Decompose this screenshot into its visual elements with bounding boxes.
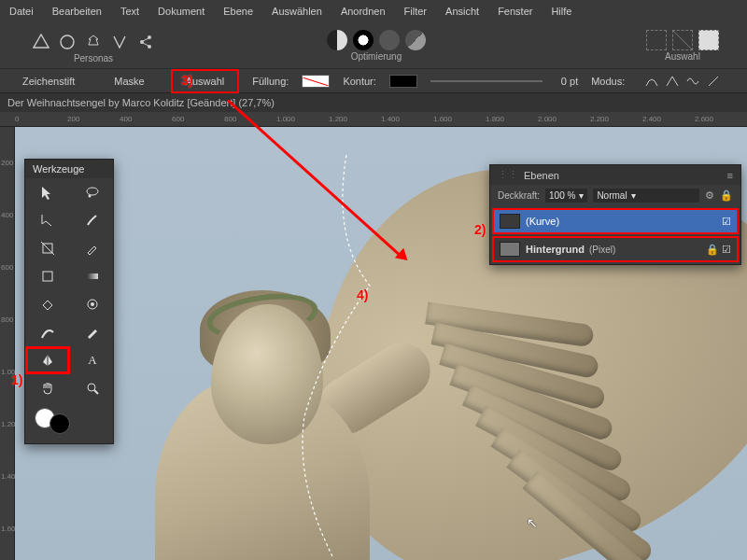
menu-document[interactable]: Dokument [158, 6, 204, 17]
persona-pixel-icon[interactable] [57, 32, 78, 52]
svg-point-8 [87, 188, 98, 195]
pencil-tool-icon[interactable] [70, 318, 115, 346]
menu-arrange[interactable]: Anordnen [341, 6, 386, 17]
svg-marker-0 [34, 35, 49, 48]
svg-line-7 [709, 77, 718, 86]
svg-rect-12 [43, 272, 52, 281]
layer-thumbnail [500, 242, 520, 257]
menu-edit[interactable]: Bearbeiten [52, 6, 102, 17]
annotation-1: 1) [11, 372, 22, 387]
mode-curve-icon[interactable] [645, 75, 658, 88]
ruler-horizontal: 0 200 400 600 800 1.000 1.200 1.400 1.60… [0, 112, 747, 127]
vector-brush-tool-icon[interactable] [25, 318, 70, 346]
ruler-h-mark: 0 [15, 115, 19, 123]
context-tab-pen[interactable]: Zeichenstift [9, 71, 88, 91]
annotation-4: 4) [357, 287, 368, 302]
sel-icon-2[interactable] [672, 30, 693, 50]
ruler-h-mark: 400 [120, 115, 132, 123]
gradient-tool-icon[interactable] [70, 262, 115, 290]
menu-window[interactable]: Fenster [498, 6, 532, 17]
menu-layer[interactable]: Ebene [223, 6, 253, 17]
node-tool-icon[interactable] [25, 206, 70, 234]
annotation-2: 2) [474, 222, 486, 237]
move-tool-icon[interactable] [25, 178, 70, 206]
ruler-h-mark: 1.600 [433, 115, 452, 123]
ruler-v-mark: 200 [1, 159, 13, 167]
mode-poly-icon[interactable] [686, 75, 699, 88]
menu-bar: Datei Bearbeiten Text Dokument Ebene Aus… [0, 0, 747, 22]
mode-label: Modus: [591, 76, 625, 87]
svg-point-1 [61, 35, 74, 49]
ruler-h-mark: 1.400 [381, 115, 400, 123]
opt-icon-2[interactable] [353, 30, 374, 50]
ruler-vertical: 200 400 600 800 1.000 1.200 1.400 1.600 [0, 127, 15, 560]
layer-name: (Kurve) [526, 216, 559, 227]
opt-label: Optimierung [351, 51, 402, 62]
eyedropper-tool-icon[interactable] [70, 234, 115, 262]
svg-point-9 [89, 195, 92, 198]
transparency-tool-icon[interactable] [70, 290, 115, 318]
sel-label: Auswahl [665, 51, 700, 62]
brush-tool-icon[interactable] [70, 206, 115, 234]
ruler-h-mark: 2.600 [695, 115, 713, 123]
layer-thumbnail [500, 214, 520, 229]
sel-icon-1[interactable] [646, 30, 667, 50]
mode-smart-icon[interactable] [666, 75, 679, 88]
stroke-value: 0 pt [561, 76, 578, 87]
opt-icon-1[interactable] [327, 30, 347, 50]
fill-tool-icon[interactable] [25, 290, 70, 318]
crop-tool-icon[interactable] [25, 234, 70, 262]
persona-designer-icon[interactable] [31, 32, 51, 52]
persona-node-icon[interactable] [109, 32, 130, 52]
shape-tool-icon[interactable] [25, 262, 70, 290]
opt-icon-3[interactable] [379, 30, 400, 50]
fill-swatch[interactable] [302, 75, 330, 88]
lock-icon[interactable]: 🔒 [720, 189, 733, 202]
menu-file[interactable]: Datei [9, 6, 34, 17]
panel-grip-icon[interactable]: ⋮⋮ [498, 169, 518, 181]
stroke-slider[interactable] [430, 80, 543, 82]
annotation-3: 3) [181, 73, 192, 88]
blend-mode[interactable]: Normal ▾ [593, 189, 699, 203]
menu-help[interactable]: Hilfe [551, 6, 571, 17]
menu-select[interactable]: Auswählen [272, 6, 322, 17]
text-tool-icon[interactable]: A [70, 346, 115, 374]
layer-lock-vis[interactable]: 🔒 ☑ [706, 244, 731, 256]
ruler-v-mark: 600 [1, 263, 13, 272]
zoom-tool-icon[interactable] [70, 374, 115, 402]
stroke-swatch[interactable] [389, 75, 417, 88]
menu-view[interactable]: Ansicht [445, 6, 479, 17]
opacity-value[interactable]: 100 % ▾ [545, 189, 587, 203]
svg-line-18 [94, 390, 98, 394]
menu-filter[interactable]: Filter [404, 6, 427, 17]
panel-menu-icon[interactable]: ≡ [727, 170, 733, 181]
layer-row-curve[interactable]: (Kurve) ☑ [492, 208, 739, 234]
cursor-icon: ↖ [527, 515, 538, 530]
fill-label: Füllung: [252, 76, 289, 87]
menu-text[interactable]: Text [120, 6, 139, 17]
document-tab[interactable]: Der Weihnachtsengel by Marco Kolditz [Ge… [0, 93, 747, 112]
sel-icon-3[interactable] [698, 30, 719, 50]
svg-rect-13 [87, 273, 98, 279]
svg-point-17 [88, 384, 95, 391]
ruler-h-mark: 1.000 [276, 115, 295, 123]
pen-tool-icon[interactable] [25, 346, 70, 374]
opt-icon-4[interactable] [405, 30, 426, 50]
ruler-h-mark: 2.000 [538, 115, 557, 123]
mode-line-icon[interactable] [707, 75, 720, 88]
layer-row-background[interactable]: Hintergrund (Pixel) 🔒 ☑ [492, 236, 739, 262]
layer-name: Hintergrund [526, 244, 585, 255]
color-wells[interactable] [25, 402, 113, 443]
persona-share-icon[interactable] [135, 32, 156, 52]
svg-line-5 [143, 38, 148, 41]
hand-tool-icon[interactable] [25, 374, 70, 402]
layers-title: Ebenen [524, 170, 559, 181]
gear-icon[interactable]: ⚙ [705, 189, 714, 202]
context-tab-mask[interactable]: Maske [101, 71, 157, 91]
background-color[interactable] [49, 413, 70, 434]
persona-export-icon[interactable] [83, 32, 104, 52]
visibility-checkbox[interactable]: ☑ [722, 216, 731, 228]
ruler-h-mark: 600 [172, 115, 184, 123]
lasso-tool-icon[interactable] [70, 178, 115, 206]
stroke-label: Kontur: [343, 76, 375, 87]
